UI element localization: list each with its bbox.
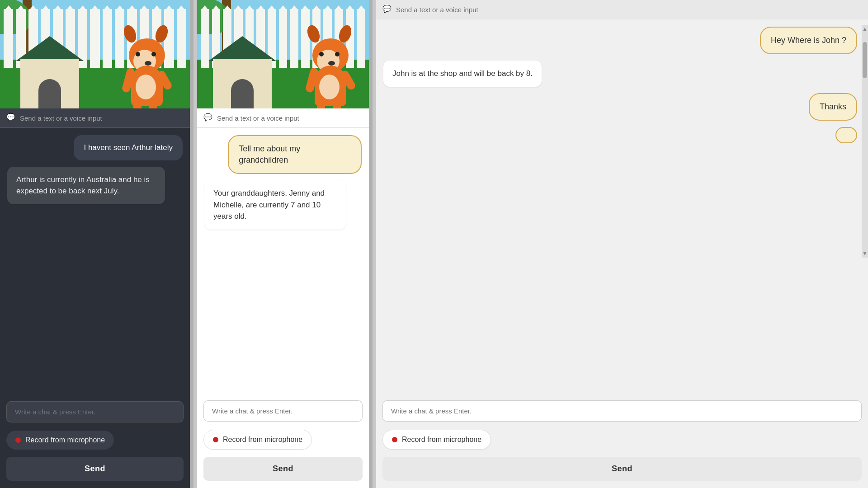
record-dot-icon-2 (213, 437, 218, 442)
picket (90, 9, 99, 68)
character-area-2 (197, 0, 369, 108)
dog-leg-right-2 (333, 99, 341, 108)
voice-bar-label: Send a text or a voice input (20, 114, 102, 122)
picket (177, 9, 186, 68)
message-partial-3 (835, 127, 857, 143)
message-user-3b: Thanks (809, 93, 857, 121)
record-dot-icon-3 (392, 437, 397, 442)
record-button-2[interactable]: Record from microphone (203, 430, 312, 450)
chat-input-wrap-2 (197, 396, 369, 426)
voice-bar-1: 💬 Send a text or a voice input (0, 108, 190, 128)
dog-eye-left (136, 52, 140, 56)
voice-bar-3: 💬 Send a text or a voice input (376, 0, 868, 19)
record-label-2: Record from microphone (223, 436, 302, 444)
message-user-1: I havent seen Arthur lately (74, 135, 183, 160)
record-dot-icon (15, 437, 21, 443)
dog-belly (136, 75, 156, 99)
picket (4, 9, 13, 68)
chat-input-wrap-1 (0, 397, 190, 427)
dog-eye-right (151, 52, 156, 56)
picket (201, 9, 209, 68)
message-system-2: Your granddaughters, Jenny and Michelle,… (204, 180, 346, 230)
dog-nose (145, 61, 151, 66)
picket (290, 9, 298, 68)
message-user-3a: Hey Where is John ? (760, 27, 857, 54)
doghouse-body-2 (213, 59, 272, 108)
record-area-3: Record from microphone (376, 426, 868, 453)
message-system-3: John is at the shop and will be back by … (383, 61, 542, 87)
doghouse-roof (16, 36, 84, 61)
doghouse-door (38, 79, 61, 108)
separator-1 (190, 0, 193, 488)
voice-bar-label-2: Send a text or a voice input (217, 114, 299, 122)
chat-input-wrap-3 (376, 396, 868, 426)
send-area-2: Send (197, 453, 369, 488)
send-button-3[interactable]: Send (382, 457, 862, 481)
message-user-2: Tell me about my grandchildren (228, 135, 362, 174)
send-button-2[interactable]: Send (203, 457, 363, 481)
record-label-3: Record from microphone (402, 436, 481, 444)
character-area-1 (0, 0, 190, 108)
scroll-up-arrow[interactable]: ▲ (862, 25, 868, 33)
doghouse-2 (211, 41, 274, 108)
picket (103, 9, 112, 68)
app-container: 💬 Send a text or a voice input I havent … (0, 0, 868, 488)
dog-leg-left (133, 99, 142, 108)
picket (279, 9, 288, 68)
messages-3: Hey Where is John ? John is at the shop … (376, 19, 868, 396)
chat-input-2[interactable] (203, 400, 363, 422)
voice-icon: 💬 (6, 113, 16, 123)
scroll-down-arrow[interactable]: ▼ (862, 249, 868, 258)
send-area-1: Send (0, 453, 190, 488)
panel-1: 💬 Send a text or a voice input I havent … (0, 0, 190, 488)
doghouse-roof-2 (208, 36, 276, 61)
dog-leg-left-2 (317, 99, 325, 108)
voice-icon-2: 💬 (203, 113, 213, 123)
chat-input-1[interactable] (6, 401, 184, 422)
dog-character-2 (306, 29, 360, 106)
dog-eye-left-2 (319, 52, 324, 56)
record-area-2: Record from microphone (197, 426, 369, 453)
record-button-3[interactable]: Record from microphone (382, 430, 491, 450)
dog-eye-right-2 (335, 52, 340, 56)
record-area-1: Record from microphone (0, 427, 190, 453)
record-label-1: Record from microphone (25, 436, 105, 444)
scroll-thumb[interactable] (863, 42, 867, 78)
send-button-1[interactable]: Send (6, 457, 184, 481)
messages-2: Tell me about my grandchildren Your gran… (197, 128, 369, 396)
message-system-1: Arthur is currently in Australia and he … (7, 167, 165, 204)
panel-3: 💬 Send a text or a voice input ▲ ▼ Hey W… (376, 0, 868, 488)
send-area-3: Send (376, 453, 868, 488)
voice-bar-label-3: Send a text or a voice input (396, 6, 478, 14)
scrollbar[interactable]: ▲ ▼ (862, 25, 868, 258)
panel-2: 💬 Send a text or a voice input Tell me a… (197, 0, 369, 488)
voice-bar-2: 💬 Send a text or a voice input (197, 108, 369, 128)
dog-leg-right (149, 99, 157, 108)
doghouse-body (20, 59, 79, 108)
doghouse-door-2 (231, 79, 254, 108)
dog-character-1 (122, 29, 176, 106)
record-button-1[interactable]: Record from microphone (6, 431, 114, 450)
dog-nose-2 (328, 61, 335, 66)
dog-belly-2 (319, 75, 340, 99)
separator-2 (369, 0, 373, 488)
voice-icon-3: 💬 (382, 5, 392, 14)
chat-input-3[interactable] (382, 400, 862, 422)
doghouse-1 (18, 41, 81, 108)
messages-1: I havent seen Arthur lately Arthur is cu… (0, 128, 190, 397)
